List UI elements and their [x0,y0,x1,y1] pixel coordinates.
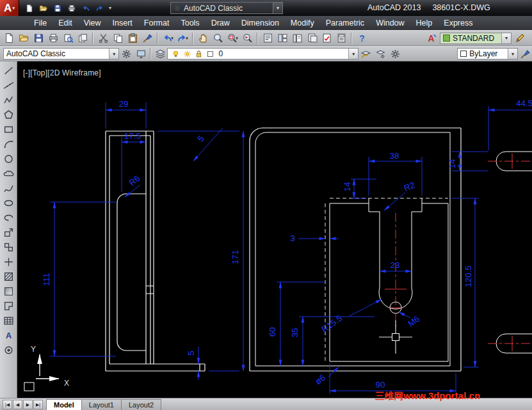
zoomwin-button[interactable]: ▾ [225,31,239,45]
gear-button[interactable] [388,47,402,61]
bulb-button[interactable] [170,49,181,59]
pan-button[interactable] [196,31,210,45]
tab-nav-previous[interactable]: ◀ [13,400,22,409]
sun-button[interactable] [182,49,193,59]
match-button[interactable] [518,47,532,61]
donut-button[interactable] [1,343,16,357]
menu-format[interactable]: Format [138,17,175,29]
lprev-button[interactable] [359,47,373,61]
text-style-combo[interactable]: STANDARD ▾ [440,33,512,44]
xline-button[interactable] [1,78,16,92]
menu-view[interactable]: View [78,17,107,29]
menu-file[interactable]: File [28,17,52,29]
line-button[interactable] [1,63,16,77]
save-icon [33,33,44,43]
arc-button[interactable] [1,137,16,151]
zoom-icon [213,33,223,43]
tab-nav-next[interactable]: ▶ [23,400,33,409]
table-button[interactable] [1,313,16,327]
open-button[interactable] [17,31,31,45]
plot-button[interactable] [65,2,78,15]
help-button[interactable] [355,31,369,45]
paste-button[interactable] [125,31,140,45]
menu-tools[interactable]: Tools [175,17,205,29]
circle-button[interactable] [1,152,16,166]
drawing-viewport[interactable]: 2917.55111R617138R21414323120.544.56035R… [17,61,532,398]
ucs-y-label: Y [31,345,36,354]
lstate-button[interactable] [373,47,387,61]
menu-modify[interactable]: Modify [285,17,320,29]
new-button[interactable] [2,31,16,45]
application-menu-button[interactable]: A▾ [0,0,19,16]
copy-button[interactable] [111,31,125,45]
qat-overflow-button[interactable]: ▾ [106,5,114,11]
layer-toolbar-icons [153,47,167,61]
menu-window[interactable]: Window [370,17,410,29]
tab-layout2[interactable]: Layout2 [121,399,161,410]
color-combo[interactable]: ByLayer ▾ [457,48,518,59]
menu-insert[interactable]: Insert [107,17,138,29]
new-button[interactable] [22,2,36,15]
pencil-button[interactable] [513,31,527,45]
separator [157,33,158,44]
cut-button[interactable] [96,31,110,45]
redo-button[interactable] [93,2,106,15]
pline-button[interactable] [1,93,16,107]
redo-button[interactable]: ▾ [175,31,189,45]
polygon-button[interactable] [1,107,16,122]
zoom-button[interactable] [211,31,225,45]
layers-button[interactable] [153,47,167,61]
block-button[interactable] [1,240,16,254]
dim-label: 14 [447,159,457,169]
props-button[interactable] [261,31,275,45]
hatch-button[interactable] [1,269,16,283]
astyle-button[interactable] [424,31,439,45]
tab-model[interactable]: Model [46,399,82,410]
save-button[interactable] [51,2,64,15]
rectangle-button[interactable] [1,122,16,136]
monitor-button[interactable] [134,47,148,61]
workspace-combo[interactable]: AutoCAD Classic ▾ [3,48,119,59]
earc-button[interactable] [1,210,16,225]
zoomprev-button[interactable] [240,31,254,45]
lock-button[interactable] [193,49,204,59]
menu-dimension[interactable]: Dimension [236,17,285,29]
calc-button[interactable] [334,31,348,45]
region-button[interactable] [1,299,16,313]
publish-button[interactable] [76,31,90,45]
save-button[interactable] [31,31,45,45]
dim-label: ø6 [314,373,328,386]
match-button[interactable] [140,31,154,45]
mtext-button[interactable] [1,328,16,342]
menu-help[interactable]: Help [410,17,439,29]
ellipse-button[interactable] [1,196,16,210]
point-button[interactable] [1,255,16,269]
undo-button[interactable]: ▾ [161,31,175,45]
insert-button[interactable] [1,225,16,239]
tab-nav-first[interactable]: |◀ [3,400,12,409]
menu-edit[interactable]: Edit [52,17,78,29]
viewport-controls[interactable]: [-][Top][2D Wireframe] [23,68,101,77]
layer-name-value: 0 [218,49,223,58]
sheetset-button[interactable] [305,31,319,45]
tab-nav-last[interactable]: ▶| [33,400,43,409]
layer-combo[interactable]: 0 ▾ [167,48,359,59]
undo-button[interactable] [79,2,92,15]
model-space-canvas[interactable]: 2917.55111R617138R21414323120.544.56035R… [17,61,532,398]
gear-button[interactable] [119,47,133,61]
plot-button[interactable] [46,31,60,45]
preview-button[interactable] [61,31,75,45]
tab-layout1[interactable]: Layout1 [81,399,122,410]
menu-draw[interactable]: Draw [206,17,236,29]
spline-button[interactable] [1,181,16,195]
workspace-combo-titlebar[interactable]: AutoCAD Classic ▾ [170,2,283,14]
revcloud-button[interactable] [1,166,16,180]
gradient-button[interactable] [1,284,16,298]
menu-parametric[interactable]: Parametric [320,17,370,29]
swatch-button[interactable] [205,49,216,59]
menu-express[interactable]: Express [438,17,478,29]
dcenter-button[interactable] [275,31,289,45]
open-button[interactable] [36,2,50,15]
palettes-button[interactable] [290,31,304,45]
markup-button[interactable] [319,31,334,45]
